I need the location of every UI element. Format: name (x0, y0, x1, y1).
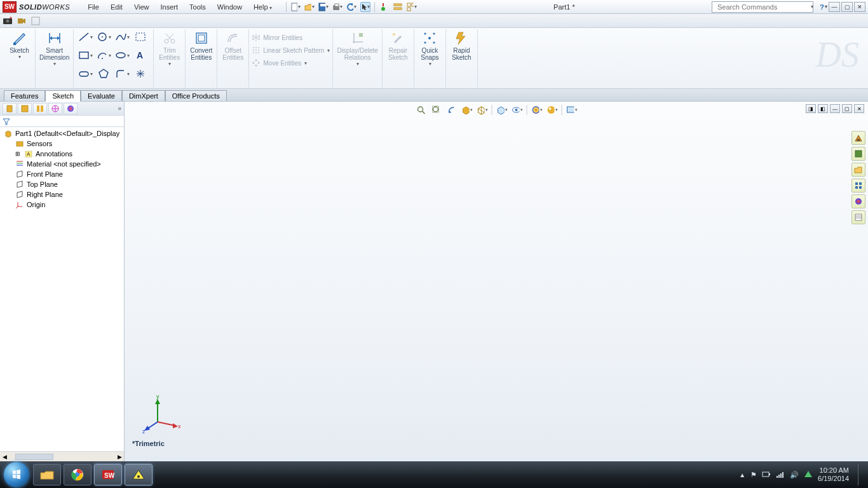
tray-volume-icon[interactable]: 🔊 (790, 471, 799, 479)
design-library-icon[interactable] (851, 147, 865, 161)
tray-flag-icon[interactable]: ⚑ (750, 471, 757, 479)
undo-button[interactable]: ▾ (346, 2, 356, 12)
hide-show-icon[interactable] (512, 104, 523, 116)
tree-root[interactable]: Part1 (Default<<Default>_Display State 1… (0, 128, 124, 139)
custom-props-icon[interactable] (851, 210, 865, 224)
print-button[interactable]: ▾ (332, 2, 342, 12)
menu-insert[interactable]: Insert (156, 2, 184, 12)
doc-min-button[interactable]: — (830, 104, 840, 113)
slot-tool[interactable]: ▾ (78, 67, 93, 80)
taskbar-solidworks[interactable]: SW (94, 464, 122, 485)
smart-dimension-group[interactable]: SmartDimension ▾ (36, 29, 74, 88)
doc1-button[interactable]: ◨ (806, 104, 816, 113)
feature-filter[interactable] (0, 116, 124, 127)
property-tab[interactable] (18, 103, 32, 114)
linear-pattern[interactable]: Linear Sketch Pattern▾ (252, 46, 330, 55)
repair-sketch-group[interactable]: RepairSketch (383, 29, 414, 88)
feature-tree-tab[interactable] (3, 103, 17, 114)
circle-tool[interactable]: ▾ (96, 30, 111, 43)
tree-top-plane[interactable]: Top Plane (0, 179, 124, 189)
sketch-group[interactable]: Sketch ▾ (4, 29, 36, 88)
tree-sensors[interactable]: Sensors (0, 139, 124, 149)
menu-edit[interactable]: Edit (105, 2, 128, 12)
tree-origin[interactable]: Origin (0, 200, 124, 210)
tree-right-plane[interactable]: Right Plane (0, 189, 124, 200)
screenshot-icon[interactable] (3, 16, 13, 26)
attach-icon[interactable] (31, 16, 41, 26)
display-style-icon[interactable] (496, 104, 508, 116)
doc2-button[interactable]: ◧ (818, 104, 828, 113)
graphics-viewport[interactable]: ◨ ◧ — ▢ ✕ y x z (125, 102, 868, 461)
minimize-button[interactable]: — (829, 2, 840, 12)
tree-front-plane[interactable]: Front Plane (0, 169, 124, 179)
record-icon[interactable] (17, 16, 27, 26)
text-tool[interactable]: A (133, 49, 148, 62)
restore-button[interactable]: ▢ (841, 2, 853, 12)
spline-tool[interactable]: ▾ (114, 30, 130, 43)
select-button[interactable]: ▾ (360, 2, 370, 12)
save-button[interactable]: ▾ (318, 2, 329, 12)
search-commands[interactable]: >_ ▾ (712, 1, 813, 13)
display-tab[interactable] (64, 103, 78, 114)
menu-tools[interactable]: Tools (184, 2, 211, 12)
close-button[interactable]: ✕ (854, 2, 865, 12)
rebuild-button[interactable] (379, 2, 389, 12)
options2-button[interactable]: ▾ (407, 2, 417, 12)
ellipse-tool[interactable]: ▾ (114, 49, 130, 62)
menu-help[interactable]: Help (248, 2, 277, 12)
tab-sketch[interactable]: Sketch (45, 90, 81, 102)
zoom-area-icon[interactable] (431, 104, 442, 116)
appearance-icon[interactable] (531, 104, 543, 116)
start-orb[interactable] (4, 462, 29, 487)
menu-window[interactable]: Window (212, 2, 247, 12)
offset-entities-group[interactable]: OffsetEntities (217, 29, 249, 88)
options-button[interactable] (393, 2, 403, 12)
view-orientation-icon[interactable] (477, 104, 488, 116)
display-relations-group[interactable]: Display/DeleteRelations ▾ (333, 29, 382, 88)
doc-close-button[interactable]: ✕ (854, 104, 864, 113)
menu-view[interactable]: View (129, 2, 154, 12)
view-settings-icon[interactable] (566, 104, 578, 116)
open-button[interactable]: ▾ (304, 2, 315, 12)
menu-file[interactable]: File (83, 2, 104, 12)
tray-clock[interactable]: 10:20 AM 6/19/2014 (818, 466, 849, 483)
zoom-fit-icon[interactable] (416, 104, 427, 116)
scene-icon[interactable] (546, 104, 558, 116)
config-tab[interactable] (33, 103, 47, 114)
tab-features[interactable]: Features (4, 90, 45, 101)
section-view-icon[interactable] (461, 104, 473, 116)
file-explorer-icon[interactable] (851, 163, 865, 177)
resources-icon[interactable] (851, 131, 865, 145)
taskbar-app2[interactable] (125, 464, 153, 485)
tree-material[interactable]: Material <not specified> (0, 159, 124, 169)
tray-wifi-icon[interactable] (776, 471, 785, 478)
new-button[interactable]: ▾ (290, 2, 301, 12)
rectangle-tool[interactable]: ▾ (78, 49, 93, 62)
dimxpert-tab[interactable] (48, 103, 62, 114)
arc-tool[interactable]: ▾ (96, 49, 111, 62)
expander-icon[interactable]: ⊞ (15, 151, 22, 157)
convert-entities-group[interactable]: ConvertEntities (186, 29, 217, 88)
polygon-tool[interactable] (96, 67, 111, 80)
expand-panel-icon[interactable]: » (118, 105, 121, 112)
tree-annotations[interactable]: ⊞AAnnotations (0, 149, 124, 159)
move-entities[interactable]: Move Entities▾ (252, 58, 330, 67)
tray-drive-icon[interactable] (804, 470, 813, 479)
appearances-icon[interactable] (851, 194, 865, 208)
fillet-tool[interactable]: ▾ (114, 67, 130, 80)
doc-restore-button[interactable]: ▢ (842, 104, 852, 113)
view-palette-icon[interactable] (851, 179, 865, 193)
taskbar-explorer[interactable] (33, 464, 61, 485)
tab-dimxpert[interactable]: DimXpert (122, 90, 165, 101)
point-tool[interactable] (133, 67, 148, 80)
quick-snaps-group[interactable]: QuickSnaps ▾ (414, 29, 446, 88)
sidebar-hscroll[interactable]: ◀▶ (0, 451, 124, 461)
line-tool[interactable]: ▾ (78, 30, 93, 43)
tray-up-icon[interactable]: ▲ (739, 471, 745, 478)
rectangle-dashed-tool[interactable] (133, 30, 148, 43)
tab-evaluate[interactable]: Evaluate (81, 90, 122, 101)
trim-entities-group[interactable]: TrimEntities ▾ (154, 29, 186, 88)
tray-battery-icon[interactable] (762, 471, 771, 478)
help-button[interactable]: ?▾ (818, 2, 829, 12)
taskbar-chrome[interactable] (64, 464, 92, 485)
